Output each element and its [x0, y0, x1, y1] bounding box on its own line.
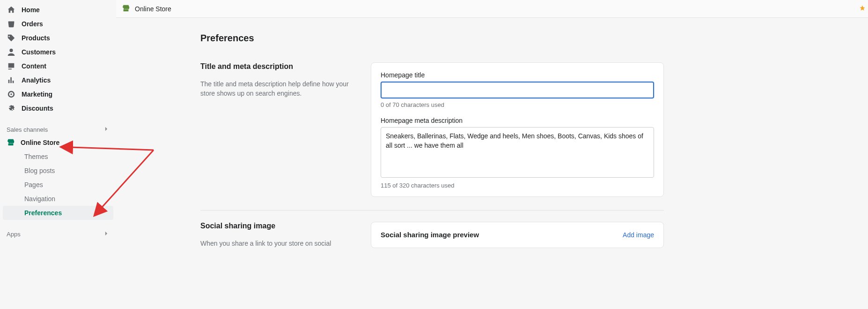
sub-item-label: Pages [24, 181, 43, 188]
main-content: Preferences Title and meta description T… [116, 18, 868, 309]
sub-item-label: Blog posts [24, 167, 55, 174]
sidebar-item-label: Analytics [22, 76, 51, 84]
sidebar-item-online-store[interactable]: Online Store [0, 136, 116, 150]
sub-item-label: Themes [24, 153, 48, 160]
sales-channels-label: Sales channels [7, 126, 48, 133]
sidebar-item-orders[interactable]: Orders [0, 17, 116, 31]
content-icon [7, 61, 16, 71]
marketing-icon [7, 90, 16, 99]
section-heading: Social sharing image [200, 222, 361, 230]
homepage-title-input[interactable] [381, 82, 654, 98]
topbar-title: Online Store [135, 5, 171, 13]
page-title: Preferences [200, 33, 664, 44]
sidebar-item-products[interactable]: Products [0, 31, 116, 45]
sub-item-pages[interactable]: Pages [3, 178, 113, 192]
card-heading: Social sharing image preview [381, 231, 479, 239]
apps-label: Apps [7, 231, 21, 238]
sidebar-item-label: Home [22, 6, 40, 14]
chevron-right-icon [103, 230, 110, 238]
section-text: The title and meta description help defi… [200, 79, 361, 98]
products-icon [7, 33, 16, 43]
meta-description-textarea[interactable] [381, 127, 654, 178]
apps-header[interactable]: Apps [0, 230, 116, 238]
section-social-image: Social sharing image When you share a li… [200, 222, 664, 267]
sidebar-item-analytics[interactable]: Analytics [0, 73, 116, 87]
sidebar-item-label: Discounts [22, 105, 53, 112]
sub-item-preferences[interactable]: Preferences [3, 206, 113, 220]
sidebar-item-label: Orders [22, 20, 43, 28]
sidebar-item-marketing[interactable]: Marketing [0, 87, 116, 101]
sub-item-blog-posts[interactable]: Blog posts [3, 164, 113, 178]
store-icon [7, 138, 15, 148]
section-heading: Title and meta description [200, 62, 361, 71]
sidebar-item-label: Products [22, 34, 50, 42]
sales-channels-header[interactable]: Sales channels [0, 126, 116, 134]
sidebar-item-content[interactable]: Content [0, 59, 116, 73]
section-description: Title and meta description The title and… [200, 62, 361, 197]
card-title-meta: Homepage title 0 of 70 characters used H… [371, 62, 664, 197]
discounts-icon [7, 104, 16, 113]
pin-icon[interactable] [859, 5, 866, 14]
sub-item-themes[interactable]: Themes [3, 150, 113, 164]
section-text: When you share a link to your store on s… [200, 239, 361, 248]
topbar: Online Store [116, 0, 868, 18]
analytics-icon [7, 75, 16, 85]
card-social-preview: Social sharing image preview Add image [371, 222, 664, 248]
sidebar-item-label: Customers [22, 48, 56, 56]
sidebar: Home Orders Products Customers Content A… [0, 0, 116, 309]
add-image-button[interactable]: Add image [623, 231, 654, 239]
homepage-title-label: Homepage title [381, 71, 654, 79]
store-icon [122, 4, 130, 14]
chevron-right-icon [103, 126, 110, 134]
sub-item-navigation[interactable]: Navigation [3, 192, 113, 206]
sidebar-item-label: Content [22, 62, 46, 70]
sub-item-label: Navigation [24, 195, 55, 203]
orders-icon [7, 19, 16, 29]
section-divider [200, 210, 664, 211]
meta-description-label: Homepage meta description [381, 117, 654, 124]
sidebar-item-label: Marketing [22, 90, 52, 98]
title-char-count: 0 of 70 characters used [381, 101, 654, 108]
sidebar-item-discounts[interactable]: Discounts [0, 101, 116, 115]
customers-icon [7, 47, 16, 57]
sidebar-item-label: Online Store [21, 139, 59, 146]
home-icon [7, 5, 16, 15]
sub-item-label: Preferences [24, 209, 62, 217]
sidebar-item-home[interactable]: Home [0, 3, 116, 17]
section-description: Social sharing image When you share a li… [200, 222, 361, 248]
sidebar-item-customers[interactable]: Customers [0, 45, 116, 59]
meta-char-count: 115 of 320 characters used [381, 182, 654, 189]
section-title-meta: Title and meta description The title and… [200, 62, 664, 210]
